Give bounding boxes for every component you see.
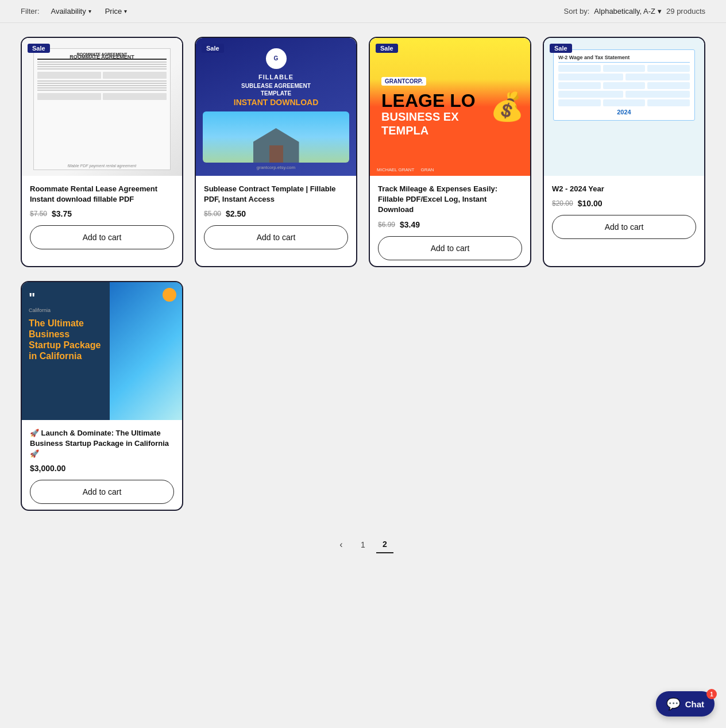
product-info: W2 - 2024 Year $20.00 $10.00 Add to cart <box>544 176 704 266</box>
product-card-mileage: Sale GRANTCORP. LEAGE LO BUSINESS EXTEMP… <box>369 37 531 267</box>
house-image <box>203 111 349 163</box>
price-row: $5.00 $2.50 <box>204 209 348 218</box>
products-grid-row1: Sale ROOMMATE AGREEMENT <box>0 23 726 281</box>
sale-badge: Sale <box>28 44 50 53</box>
chevron-down-icon: ▾ <box>88 8 91 14</box>
product-info: 🚀 Launch & Dominate: The Ultimate Busine… <box>22 420 182 510</box>
filter-bar: Filter: Availability ▾ Price ▾ Sort by: … <box>0 0 726 23</box>
pagination: ‹ 1 2 <box>0 525 726 576</box>
money-icon: 💰 <box>490 91 524 123</box>
price-row: $6.99 $3.49 <box>378 220 522 229</box>
product-image-sublease: Sale G FILLABLE SUBLEASE AGREEMENT TEMPL… <box>196 38 356 176</box>
original-price: $20.00 <box>552 199 573 207</box>
chat-button[interactable]: 💬 Chat 1 <box>656 691 715 717</box>
products-count: 29 products <box>666 7 705 16</box>
price-filter[interactable]: Price ▾ <box>103 6 130 17</box>
product-title: W2 - 2024 Year <box>552 184 696 194</box>
prev-page-button[interactable]: ‹ <box>333 536 350 553</box>
sort-select[interactable]: Alphabetically, A-Z ▾ <box>594 7 662 16</box>
product-info: Roommate Rental Lease Agreement Instant … <box>22 176 182 266</box>
page-2-button[interactable]: 2 <box>376 536 393 553</box>
price-row: $20.00 $10.00 <box>552 199 696 208</box>
price-row: $7.50 $3.75 <box>30 209 174 218</box>
add-to-cart-button[interactable]: Add to cart <box>378 236 522 260</box>
sale-badge: Sale <box>202 44 224 53</box>
product-image-mileage: Sale GRANTCORP. LEAGE LO BUSINESS EXTEMP… <box>370 38 530 176</box>
price-row: $3,000.00 <box>30 464 174 473</box>
product-image-w2: Sale W-2 Wage and Tax Statement 2024 <box>544 38 704 176</box>
sublease-subtitle: FILLABLE <box>258 74 294 80</box>
availability-filter[interactable]: Availability ▾ <box>49 6 94 17</box>
product-title: 🚀 Launch & Dominate: The Ultimate Busine… <box>30 428 174 460</box>
corner-badge <box>163 288 176 302</box>
product-card-business: " California The Ultimate Business Start… <box>21 281 183 511</box>
add-to-cart-button[interactable]: Add to cart <box>204 225 348 249</box>
sale-price: $3.75 <box>52 209 72 218</box>
product-title: Track Mileage & Expenses Easily: Fillabl… <box>378 184 522 215</box>
product-card-w2: Sale W-2 Wage and Tax Statement 2024 W2 … <box>543 37 705 267</box>
original-price: $7.50 <box>30 210 47 218</box>
product-title: Roommate Rental Lease Agreement Instant … <box>30 184 174 205</box>
sale-price: $10.00 <box>578 199 603 208</box>
corp-logo: GRANTCORP. <box>381 77 426 86</box>
product-image-roommate: Sale ROOMMATE AGREEMENT <box>22 38 182 176</box>
regular-price: $3,000.00 <box>30 464 65 473</box>
add-to-cart-button[interactable]: Add to cart <box>552 215 696 239</box>
sale-badge: Sale <box>376 44 398 53</box>
add-to-cart-button[interactable]: Add to cart <box>30 225 174 249</box>
sublease-logo: G <box>266 48 287 69</box>
page-1-button[interactable]: 1 <box>354 536 372 553</box>
products-grid-row2: " California The Ultimate Business Start… <box>0 281 726 525</box>
quote-icon: " <box>29 291 103 305</box>
product-card-roommate: Sale ROOMMATE AGREEMENT <box>21 37 183 267</box>
filter-label: Filter: <box>21 7 40 16</box>
sale-badge: Sale <box>550 44 572 53</box>
chevron-down-icon: ▾ <box>658 7 662 16</box>
product-info: Sublease Contract Template | Fillable PD… <box>196 176 356 266</box>
leage-text: LEAGE LO <box>381 91 476 110</box>
sort-label: Sort by: <box>564 7 590 16</box>
sale-price: $2.50 <box>226 209 246 218</box>
chevron-down-icon: ▾ <box>124 8 127 14</box>
biz-text: BUSINESS EXTEMPLA <box>381 110 458 137</box>
chat-icon: 💬 <box>666 697 681 711</box>
product-card-sublease: Sale G FILLABLE SUBLEASE AGREEMENT TEMPL… <box>195 37 357 267</box>
add-to-cart-button[interactable]: Add to cart <box>30 480 174 504</box>
original-price: $5.00 <box>204 210 221 218</box>
product-title: Sublease Contract Template | Fillable PD… <box>204 184 348 205</box>
chat-badge: 1 <box>706 689 717 699</box>
original-price: $6.99 <box>378 221 395 229</box>
biz-title: The Ultimate Business Startup Package in… <box>29 318 103 362</box>
chat-label: Chat <box>685 699 704 709</box>
product-image-business: " California The Ultimate Business Start… <box>22 282 182 420</box>
product-image: ROOMMATE AGREEMENT <box>22 38 182 176</box>
sale-price: $3.49 <box>400 220 420 229</box>
product-info: Track Mileage & Expenses Easily: Fillabl… <box>370 176 530 266</box>
biz-state: California <box>29 307 103 313</box>
sort-section: Sort by: Alphabetically, A-Z ▾ 29 produc… <box>564 7 705 16</box>
instant-download: INSTANT DOWNLOAD <box>234 98 319 107</box>
